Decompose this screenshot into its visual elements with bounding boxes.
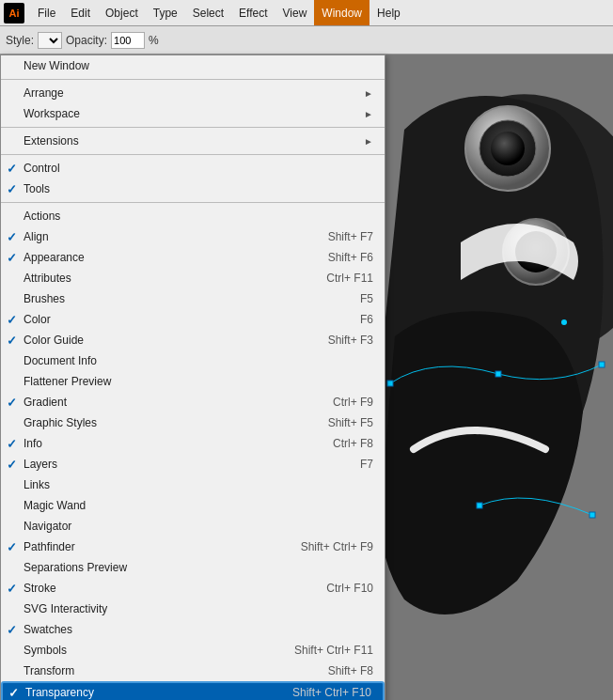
percent-label: % — [149, 34, 159, 47]
menu-symbols[interactable]: Symbols Shift+ Ctrl+ F11 — [1, 640, 385, 661]
menu-stroke[interactable]: ✓ Stroke Ctrl+ F10 — [1, 578, 385, 599]
menu-links[interactable]: Links — [1, 474, 385, 495]
menu-effect[interactable]: Effect — [231, 0, 275, 25]
separator-3 — [1, 154, 385, 155]
menu-pathfinder[interactable]: ✓ Pathfinder Shift+ Ctrl+ F9 — [1, 537, 385, 557]
menu-arrange[interactable]: Arrange ► — [1, 83, 385, 103]
check-icon: ✓ — [7, 623, 17, 637]
menu-color-guide[interactable]: ✓ Color Guide Shift+ F3 — [1, 330, 385, 350]
menu-transparency[interactable]: ✓ Transparency Shift+ Ctrl+ F10 — [1, 681, 385, 700]
check-icon: ✓ — [7, 437, 17, 451]
main-area: New Window Arrange ► Workspace ► Extensi… — [0, 54, 613, 700]
svg-rect-9 — [599, 362, 605, 367]
menu-brushes[interactable]: Brushes F5 — [1, 288, 385, 309]
check-icon: ✓ — [7, 230, 17, 244]
opacity-input[interactable] — [111, 32, 145, 49]
menu-control[interactable]: ✓ Control — [1, 158, 385, 179]
menu-gradient[interactable]: ✓ Gradient Ctrl+ F9 — [1, 392, 385, 412]
check-icon: ✓ — [7, 396, 17, 410]
menu-document-info[interactable]: Document Info — [1, 350, 385, 371]
check-icon: ✓ — [7, 313, 17, 327]
svg-rect-10 — [477, 503, 482, 508]
menu-select[interactable]: Select — [185, 0, 231, 25]
svg-rect-7 — [387, 381, 393, 386]
svg-point-4 — [491, 132, 525, 165]
check-icon: ✓ — [7, 162, 17, 176]
menu-info[interactable]: ✓ Info Ctrl+ F8 — [1, 433, 385, 454]
check-icon: ✓ — [8, 686, 19, 700]
svg-rect-8 — [495, 371, 501, 377]
svg-rect-11 — [589, 512, 595, 518]
canvas-illustration — [385, 54, 613, 700]
canvas-area — [385, 54, 613, 700]
check-icon: ✓ — [7, 182, 17, 196]
window-menu: New Window Arrange ► Workspace ► Extensi… — [0, 54, 385, 700]
menu-flattener-preview[interactable]: Flattener Preview — [1, 371, 385, 392]
separator-2 — [1, 127, 385, 128]
menu-layers[interactable]: ✓ Layers F7 — [1, 454, 385, 474]
menu-color[interactable]: ✓ Color F6 — [1, 309, 385, 330]
separator-1 — [1, 79, 385, 80]
menu-transform[interactable]: Transform Shift+ F8 — [1, 661, 385, 681]
menu-help[interactable]: Help — [369, 0, 408, 25]
svg-point-12 — [561, 319, 567, 325]
check-icon: ✓ — [7, 458, 17, 472]
menu-align[interactable]: ✓ Align Shift+ F7 — [1, 226, 385, 247]
menu-magic-wand[interactable]: Magic Wand — [1, 495, 385, 516]
menu-attributes[interactable]: Attributes Ctrl+ F11 — [1, 268, 385, 288]
menu-view[interactable]: View — [275, 0, 315, 25]
arrow-icon: ► — [364, 136, 373, 147]
menu-new-window[interactable]: New Window — [1, 55, 385, 76]
separator-4 — [1, 202, 385, 203]
menu-separations-preview[interactable]: Separations Preview — [1, 557, 385, 578]
menu-extensions[interactable]: Extensions ► — [1, 131, 385, 151]
menu-window[interactable]: Window — [314, 0, 369, 25]
check-icon: ✓ — [7, 334, 17, 348]
style-label: Style: — [6, 34, 34, 47]
menu-type[interactable]: Type — [146, 0, 185, 25]
check-icon: ✓ — [7, 582, 17, 596]
check-icon: ✓ — [7, 540, 17, 554]
menu-navigator[interactable]: Navigator — [1, 516, 385, 537]
menu-workspace[interactable]: Workspace ► — [1, 103, 385, 124]
style-select[interactable] — [38, 32, 62, 49]
app-logo: Ai — [4, 3, 24, 23]
menu-graphic-styles[interactable]: Graphic Styles Shift+ F5 — [1, 412, 385, 433]
menu-appearance[interactable]: ✓ Appearance Shift+ F6 — [1, 247, 385, 268]
arrow-icon: ► — [364, 88, 373, 99]
menu-file[interactable]: File — [30, 0, 63, 25]
menu-actions[interactable]: Actions — [1, 206, 385, 226]
toolbar: Style: Opacity: % — [0, 26, 613, 54]
arrow-icon: ► — [364, 109, 373, 119]
opacity-label: Opacity: — [66, 34, 107, 47]
menu-bar: Ai File Edit Object Type Select Effect V… — [0, 0, 613, 26]
menu-edit[interactable]: Edit — [63, 0, 98, 25]
menu-svg-interactivity[interactable]: SVG Interactivity — [1, 599, 385, 619]
check-icon: ✓ — [7, 251, 17, 265]
menu-object[interactable]: Object — [98, 0, 146, 25]
menu-tools[interactable]: ✓ Tools — [1, 179, 385, 199]
menu-swatches[interactable]: ✓ Swatches — [1, 619, 385, 640]
